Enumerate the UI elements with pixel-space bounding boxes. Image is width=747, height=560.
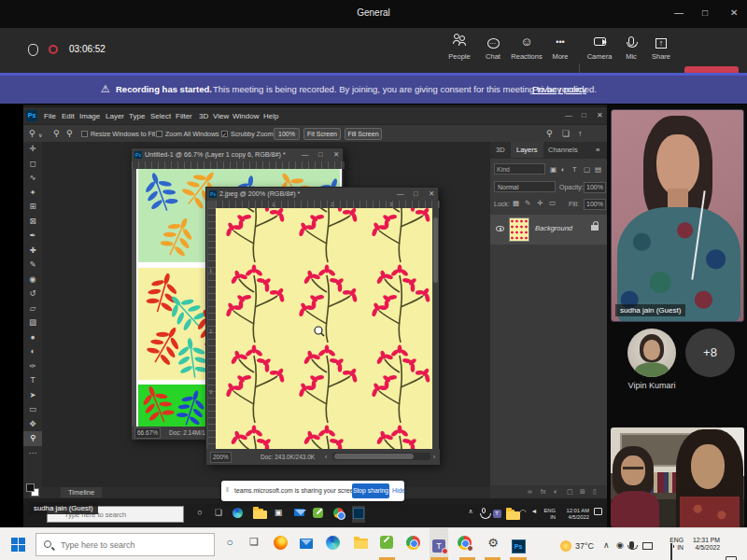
window-close-icon[interactable]: ✕ bbox=[730, 7, 738, 18]
scrubby-zoom-checkbox[interactable]: ✓ bbox=[221, 131, 228, 137]
crop-tool-icon[interactable]: ⊞ bbox=[23, 200, 42, 215]
reactions-button[interactable]: ☺ Reactions bbox=[508, 34, 545, 61]
tray-chevron-icon[interactable]: ∧ bbox=[464, 508, 477, 515]
doc2-scroll-left-icon[interactable]: ‹ bbox=[325, 454, 327, 460]
menu-3d[interactable]: 3D bbox=[199, 112, 208, 120]
link-layers-icon[interactable]: ∞ bbox=[528, 488, 532, 495]
tab-layers[interactable]: Layers bbox=[511, 142, 543, 158]
menu-layer[interactable]: Layer bbox=[106, 112, 124, 120]
filter-type-icon[interactable]: T bbox=[572, 165, 577, 174]
filter-adjustment-icon[interactable]: ◐ bbox=[561, 165, 566, 174]
screen-record-icon[interactable]: ◉ bbox=[616, 540, 624, 550]
eyedropper-tool-icon[interactable]: ✒ bbox=[23, 229, 42, 244]
host-chrome-icon[interactable] bbox=[403, 536, 422, 554]
tray-folder-icon[interactable] bbox=[503, 508, 516, 517]
zoom-100-button[interactable]: 100% bbox=[274, 128, 300, 140]
host-task-view-icon[interactable]: ❏ bbox=[245, 536, 263, 554]
privacy-policy-link[interactable]: Privacy policy bbox=[532, 84, 586, 94]
foreground-color-swatch[interactable] bbox=[26, 483, 35, 492]
adjustment-layer-icon[interactable]: ◐ bbox=[554, 488, 557, 495]
layer-style-fx-icon[interactable]: fx bbox=[541, 488, 545, 495]
gradient-tool-icon[interactable]: ▨ bbox=[23, 315, 42, 330]
layer-lock-icon[interactable] bbox=[591, 225, 599, 231]
doc1-close-icon[interactable]: ✕ bbox=[333, 148, 339, 161]
ps-restore-icon[interactable]: □ bbox=[582, 111, 586, 119]
shared-language-indicator[interactable]: ENGIN bbox=[539, 508, 556, 520]
ps-minimize-icon[interactable]: — bbox=[565, 111, 572, 119]
brush-tool-icon[interactable]: ✎ bbox=[23, 258, 42, 273]
cast-display-icon[interactable] bbox=[642, 542, 653, 550]
video-tile-bottom[interactable] bbox=[611, 427, 744, 527]
zoom-out-icon[interactable]: ⚲ bbox=[66, 129, 73, 138]
tab-3d[interactable]: 3D bbox=[496, 146, 505, 154]
host-teams-icon[interactable]: T bbox=[430, 528, 448, 558]
menu-image[interactable]: Image bbox=[79, 112, 100, 120]
stop-sharing-button[interactable]: Stop sharing bbox=[352, 483, 389, 498]
file-explorer-icon[interactable] bbox=[251, 508, 264, 518]
menu-select[interactable]: Select bbox=[150, 112, 171, 120]
type-tool-icon[interactable]: T bbox=[23, 373, 42, 388]
doc2-vscroll-thumb[interactable] bbox=[433, 217, 438, 283]
pause-sharing-icon[interactable]: ‖ bbox=[226, 486, 229, 493]
resize-windows-checkbox[interactable] bbox=[81, 131, 88, 137]
ps-close-icon[interactable]: ✕ bbox=[597, 111, 603, 119]
tools-more-icon[interactable]: ⋯ bbox=[23, 446, 42, 461]
host-explorer-icon[interactable] bbox=[351, 536, 370, 554]
doc1-minimize-icon[interactable]: — bbox=[302, 148, 309, 161]
chat-button[interactable]: ⋯ Chat bbox=[474, 34, 512, 61]
zoom-all-windows-checkbox[interactable] bbox=[156, 131, 162, 137]
tray-mic-icon[interactable] bbox=[477, 508, 490, 514]
host-mail-icon[interactable] bbox=[297, 536, 316, 554]
menu-type[interactable]: Type bbox=[129, 112, 145, 120]
firefox-icon[interactable] bbox=[271, 536, 289, 554]
edge-icon[interactable] bbox=[231, 508, 244, 520]
weather-temp[interactable]: 37°C bbox=[575, 541, 594, 551]
people-button[interactable]: People bbox=[441, 34, 478, 61]
timeline-tab[interactable]: Timeline bbox=[61, 487, 102, 497]
avatar-vipin-kumari[interactable] bbox=[627, 329, 676, 377]
lock-transparency-icon[interactable]: ▦ bbox=[513, 199, 519, 207]
magic-wand-tool-icon[interactable]: ✦ bbox=[23, 186, 42, 201]
notepadpp-icon[interactable] bbox=[311, 508, 324, 520]
host-tray-chevron-icon[interactable]: ∧ bbox=[603, 540, 610, 550]
tray-teams-icon[interactable]: T bbox=[490, 508, 503, 518]
marquee-tool-icon[interactable]: ◻ bbox=[23, 157, 42, 172]
opacity-value[interactable]: 100% bbox=[584, 182, 606, 193]
doc1-zoom-level[interactable]: 66.67% bbox=[134, 427, 161, 439]
layer-filter-kind[interactable]: Kind bbox=[494, 163, 545, 175]
frame-tool-icon[interactable]: ⊠ bbox=[23, 215, 42, 230]
host-search-input[interactable] bbox=[35, 533, 215, 556]
zoom-in-icon[interactable]: ⚲ bbox=[53, 129, 60, 138]
delete-layer-icon[interactable]: ▯ bbox=[593, 488, 597, 496]
more-button[interactable]: ••• More bbox=[542, 34, 579, 61]
menu-file[interactable]: File bbox=[44, 112, 56, 120]
filter-shape-icon[interactable]: ▢ bbox=[584, 165, 590, 174]
options-search-icon[interactable]: ⚲ bbox=[546, 129, 553, 138]
chrome-icon[interactable] bbox=[331, 508, 345, 520]
video-tile-main[interactable]: sudha jain (Guest) bbox=[611, 109, 744, 322]
start-button[interactable] bbox=[11, 538, 25, 552]
layer-thumbnail[interactable] bbox=[509, 217, 529, 242]
layer-visibility-eye-icon[interactable] bbox=[496, 226, 504, 231]
path-select-tool-icon[interactable]: ➤ bbox=[23, 388, 42, 403]
hand-tool-icon[interactable]: ✥ bbox=[23, 417, 42, 432]
eraser-tool-icon[interactable]: ▱ bbox=[23, 301, 42, 316]
new-layer-icon[interactable]: ⊞ bbox=[580, 488, 585, 496]
host-cortana-icon[interactable]: ○ bbox=[220, 536, 239, 554]
tab-channels[interactable]: Channels bbox=[548, 146, 578, 154]
lock-paint-icon[interactable]: ✎ bbox=[525, 199, 530, 207]
photoshop-taskbar-icon[interactable] bbox=[352, 506, 365, 523]
doc2-zoom-level[interactable]: 200% bbox=[210, 452, 232, 463]
zoom-tool-active-icon[interactable]: ⚲ bbox=[23, 431, 42, 446]
move-tool-icon[interactable]: ✛ bbox=[23, 142, 42, 157]
store-icon[interactable]: ▣ bbox=[272, 508, 285, 517]
hide-sharing-link[interactable]: Hide bbox=[392, 487, 405, 494]
menu-view[interactable]: View bbox=[213, 112, 229, 120]
doc2-restore-icon[interactable]: □ bbox=[414, 188, 418, 201]
lasso-tool-icon[interactable]: ∿ bbox=[23, 171, 42, 186]
fit-screen-button[interactable]: Fit Screen bbox=[303, 128, 341, 140]
share-image-icon[interactable]: ↑ bbox=[578, 129, 583, 138]
overflow-participants-badge[interactable]: +8 bbox=[685, 329, 735, 377]
cortana-icon[interactable]: ○ bbox=[193, 508, 206, 517]
filter-pixel-icon[interactable]: ▣ bbox=[550, 165, 557, 174]
